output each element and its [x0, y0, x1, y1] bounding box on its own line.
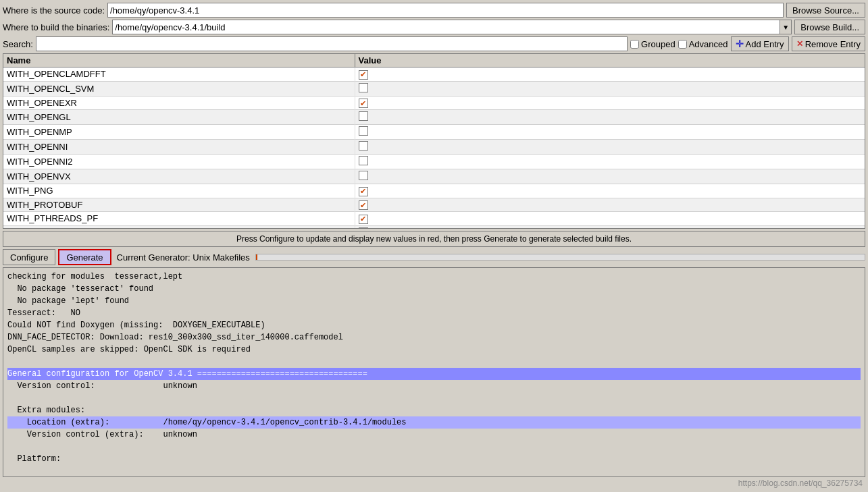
add-entry-label: Add Entry [746, 39, 784, 49]
row-value[interactable] [355, 81, 865, 96]
row-value[interactable] [355, 169, 865, 184]
console-line: Could NOT find Doxygen (missing: DOXYGEN… [7, 319, 861, 331]
console-line: Platform: [7, 453, 861, 465]
console-line [7, 356, 861, 368]
console-line [7, 392, 861, 404]
table-row[interactable]: WITH_OPENMP [3, 125, 865, 140]
row-name: WITH_OPENNI2 [3, 155, 355, 169]
row-name: WITH_PROTOBUF [3, 198, 355, 212]
checkbox-unchecked[interactable] [359, 126, 368, 136]
checkbox-checked[interactable]: ✔ [359, 215, 368, 224]
row-value[interactable] [355, 125, 865, 140]
checkbox-checked[interactable]: ✔ [359, 200, 368, 210]
add-entry-button[interactable]: ✛ Add Entry [731, 36, 789, 51]
checkbox-checked[interactable]: ✔ [359, 99, 368, 108]
build-dropdown-arrow[interactable]: ▼ [780, 20, 792, 34]
console-output: checking for modules tesseract,lept No p… [3, 267, 865, 477]
console-line: General configuration for OpenCV 3.4.1 =… [7, 368, 861, 380]
progress-fill [256, 254, 257, 260]
checkbox-checked[interactable]: ✔ [359, 70, 368, 80]
console-line: Extra modules: [7, 404, 861, 416]
row-value[interactable]: ✔ [355, 96, 865, 110]
row-name: WITH_OPENNI [3, 140, 355, 155]
build-input[interactable] [112, 20, 780, 34]
grouped-checkbox[interactable] [630, 40, 639, 49]
row-name: WITH_PNG [3, 184, 355, 198]
console-line: Version control: unknown [7, 380, 861, 392]
table-row[interactable]: WITH_OPENCL_SVM [3, 81, 865, 96]
grouped-label: Grouped [641, 39, 675, 49]
row-name: WITH_OPENVX [3, 169, 355, 184]
search-label: Search: [3, 39, 33, 49]
configure-button[interactable]: Configure [3, 249, 55, 265]
console-line: checking for modules tesseract,lept [7, 271, 861, 283]
table-row[interactable]: WITH_PROTOBUF✔ [3, 198, 865, 212]
row-value[interactable] [355, 110, 865, 125]
table-row[interactable]: WITH_PNG✔ [3, 184, 865, 198]
checkbox-unchecked[interactable] [359, 111, 368, 121]
checkbox-unchecked[interactable] [359, 171, 368, 180]
row-name: WITH_OPENEXR [3, 96, 355, 110]
table-row[interactable]: WITH_PVAPI [3, 225, 865, 229]
row-name: WITH_PVAPI [3, 225, 355, 229]
row-value[interactable] [355, 140, 865, 155]
status-bar: Press Configure to update and display ne… [3, 231, 865, 247]
row-value[interactable]: ✔ [355, 67, 865, 82]
grouped-checkbox-label[interactable]: Grouped [630, 39, 675, 49]
checkbox-checked[interactable]: ✔ [359, 187, 368, 196]
source-input[interactable] [107, 3, 784, 18]
console-line: Location (extra): /home/qy/opencv-3.4.1/… [7, 416, 861, 429]
config-table: Name Value WITH_OPENCLAMDFFT✔WITH_OPENCL… [3, 53, 865, 229]
console-line [7, 441, 861, 453]
x-icon: ✕ [796, 39, 803, 49]
table-row[interactable]: WITH_OPENNI2 [3, 155, 865, 169]
advanced-checkbox[interactable] [678, 40, 687, 49]
generate-button[interactable]: Generate [58, 249, 111, 265]
row-name: WITH_PTHREADS_PF [3, 212, 355, 226]
table-row[interactable]: WITH_OPENVX [3, 169, 865, 184]
checkbox-unchecked[interactable] [359, 83, 368, 92]
col-value-header: Value [355, 54, 865, 67]
console-line: DNN_FACE_DETECTOR: Download: res10_300x3… [7, 331, 861, 344]
build-label: Where to build the binaries: [3, 22, 109, 32]
row-value[interactable]: ✔ [355, 184, 865, 198]
browse-build-button[interactable]: Browse Build... [794, 20, 865, 34]
console-line: No package 'tesseract' found [7, 283, 861, 295]
console-line: OpenCL samples are skipped: OpenCL SDK i… [7, 344, 861, 356]
checkbox-unchecked[interactable] [359, 156, 368, 165]
advanced-checkbox-label[interactable]: Advanced [678, 39, 728, 49]
remove-entry-button[interactable]: ✕ Remove Entry [792, 36, 865, 51]
table-row[interactable]: WITH_OPENEXR✔ [3, 96, 865, 110]
table-row[interactable]: WITH_OPENNI [3, 140, 865, 155]
row-value[interactable]: ✔ [355, 212, 865, 226]
checkbox-unchecked[interactable] [359, 141, 368, 151]
advanced-label: Advanced [689, 39, 728, 49]
row-value[interactable] [355, 225, 865, 229]
row-value[interactable] [355, 155, 865, 169]
row-name: WITH_OPENCLAMDFFT [3, 67, 355, 82]
console-line: Tesseract: NO [7, 307, 861, 319]
progress-bar [255, 254, 865, 261]
browse-source-button[interactable]: Browse Source... [786, 3, 865, 18]
console-line: Version control (extra): unknown [7, 429, 861, 441]
row-value[interactable]: ✔ [355, 198, 865, 212]
table-row[interactable]: WITH_OPENGL [3, 110, 865, 125]
plus-icon: ✛ [736, 38, 744, 49]
checkbox-unchecked[interactable] [359, 227, 368, 229]
table-row[interactable]: WITH_PTHREADS_PF✔ [3, 212, 865, 226]
source-label: Where is the source code: [3, 5, 105, 16]
col-name-header: Name [3, 54, 355, 67]
watermark: https://blog.csdn.net/qq_36275734 [3, 477, 865, 489]
generator-label: Current Generator: Unix Makefiles [117, 252, 250, 263]
remove-entry-label: Remove Entry [805, 39, 861, 49]
search-input[interactable] [36, 36, 628, 51]
row-name: WITH_OPENMP [3, 125, 355, 140]
table-row[interactable]: WITH_OPENCLAMDFFT✔ [3, 67, 865, 82]
row-name: WITH_OPENGL [3, 110, 355, 125]
console-line: No package 'lept' found [7, 295, 861, 307]
row-name: WITH_OPENCL_SVM [3, 81, 355, 96]
